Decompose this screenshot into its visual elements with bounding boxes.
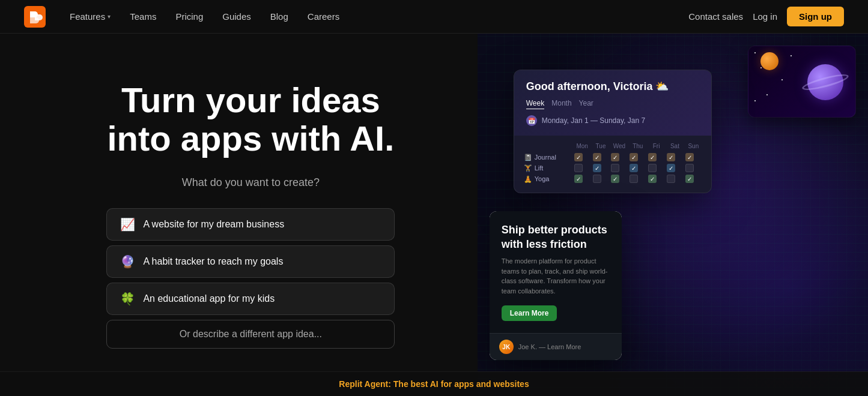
journal-check-mon[interactable]: ✓	[574, 153, 583, 161]
lift-check-sat[interactable]: ✓	[667, 164, 675, 172]
option-habit-button[interactable]: 🔮 A habit tracker to reach my goals	[106, 245, 395, 278]
chevron-down-icon: ▾	[108, 13, 111, 20]
lift-check-fri[interactable]	[648, 164, 657, 172]
day-wed: Wed	[611, 143, 627, 149]
nav-items: Features ▾ Teams Pricing Guides Blog Car…	[60, 7, 349, 26]
day-sat: Sat	[667, 143, 683, 149]
journal-check-fri[interactable]: ✓	[648, 153, 657, 161]
journal-check-thu[interactable]: ✓	[630, 153, 638, 161]
habit-lift-label: 🏋️ Lift	[524, 164, 572, 172]
option-business-button[interactable]: 📈 A website for my dream business	[106, 208, 395, 241]
date-dot: 📅	[526, 115, 537, 126]
nav-item-careers[interactable]: Careers	[298, 7, 349, 26]
nav-item-pricing[interactable]: Pricing	[166, 7, 213, 26]
habit-tab-week[interactable]: Week	[526, 99, 544, 109]
product-card-title: Ship better products with less friction	[502, 223, 610, 251]
product-card-avatar: JK	[499, 340, 514, 354]
lift-check-thu[interactable]: ✓	[630, 164, 638, 172]
nav-left: Features ▾ Teams Pricing Guides Blog Car…	[24, 6, 349, 28]
product-card-cta-button[interactable]: Learn More	[502, 305, 557, 321]
lift-check-wed[interactable]	[611, 164, 619, 172]
space-card	[748, 46, 856, 118]
day-tue: Tue	[593, 143, 609, 149]
nav-item-blog[interactable]: Blog	[261, 7, 298, 26]
habit-date-range: 📅 Monday, Jan 1 — Sunday, Jan 7	[526, 115, 699, 126]
day-thu: Thu	[630, 143, 646, 149]
habit-row-journal: 📓 Journal ✓ ✓ ✓ ✓ ✓ ✓ ✓	[524, 153, 702, 161]
product-card-footer: JK Joe K. — Learn More	[490, 333, 622, 360]
lift-check-tue[interactable]: ✓	[593, 164, 601, 172]
product-card-subtitle: The modern platform for product teams to…	[502, 256, 610, 296]
habit-row-yoga: 🧘 Yoga ✓ ✓ ✓ ✓	[524, 175, 702, 183]
option-buttons: 📈 A website for my dream business 🔮 A ha…	[106, 208, 395, 349]
left-panel: Turn your ideas into apps with AI. What …	[0, 34, 478, 396]
star-decoration	[791, 55, 792, 56]
option-describe-label: Or describe a different app idea...	[180, 329, 322, 340]
product-card-author: Joe K. — Learn More	[518, 343, 581, 350]
habit-grid: Mon Tue Wed Thu Fri Sat Sun 📓 Journal	[514, 136, 711, 193]
habit-yoga-label: 🧘 Yoga	[524, 175, 572, 183]
yoga-check-tue[interactable]	[593, 175, 601, 183]
product-card-body: Ship better products with less friction …	[490, 211, 622, 333]
habit-tab-year[interactable]: Year	[579, 99, 593, 109]
habit-card-header: Good afternoon, Victoria ⛅ Week Month Ye…	[514, 70, 711, 136]
star-decoration	[754, 100, 756, 101]
option-business-label: A website for my dream business	[143, 219, 284, 230]
yoga-check-sun[interactable]: ✓	[685, 175, 694, 183]
education-icon: 🍀	[119, 292, 136, 306]
day-sun: Sun	[685, 143, 702, 149]
journal-check-wed[interactable]: ✓	[611, 153, 619, 161]
contact-sales-link[interactable]: Contact sales	[688, 11, 743, 22]
day-mon: Mon	[574, 143, 590, 149]
hero-subtitle: What do you want to create?	[182, 176, 320, 189]
floating-cards: Good afternoon, Victoria ⛅ Week Month Ye…	[478, 34, 868, 396]
yoga-check-fri[interactable]: ✓	[648, 175, 657, 183]
nav-item-guides[interactable]: Guides	[213, 7, 261, 26]
star-decoration	[766, 94, 768, 95]
yoga-check-wed[interactable]: ✓	[611, 175, 619, 183]
habit-tab-month[interactable]: Month	[551, 99, 571, 109]
planet-orange	[760, 52, 778, 70]
day-fri: Fri	[648, 143, 664, 149]
main-content: Turn your ideas into apps with AI. What …	[0, 34, 868, 396]
yoga-check-mon[interactable]: ✓	[574, 175, 583, 183]
option-describe-button[interactable]: Or describe a different app idea...	[106, 320, 395, 349]
journal-check-tue[interactable]: ✓	[593, 153, 601, 161]
journal-check-sun[interactable]: ✓	[685, 153, 694, 161]
option-education-label: An educational app for my kids	[143, 293, 275, 304]
habit-journal-label: 📓 Journal	[524, 154, 572, 161]
nav-item-features[interactable]: Features ▾	[60, 7, 120, 26]
habit-tracker-card: Good afternoon, Victoria ⛅ Week Month Ye…	[514, 70, 712, 193]
star-decoration	[754, 52, 756, 53]
nav-right: Contact sales Log in Sign up	[688, 7, 844, 26]
habit-icon: 🔮	[119, 254, 136, 269]
business-icon: 📈	[119, 217, 136, 232]
nav-item-teams[interactable]: Teams	[120, 7, 166, 26]
yoga-check-sat[interactable]	[667, 175, 675, 183]
lift-check-sun[interactable]	[685, 164, 694, 172]
signup-button[interactable]: Sign up	[787, 7, 844, 26]
habit-row-lift: 🏋️ Lift ✓ ✓ ✓	[524, 164, 702, 172]
option-habit-label: A habit tracker to reach my goals	[143, 256, 283, 267]
habit-tabs: Week Month Year	[526, 99, 699, 109]
habit-greeting: Good afternoon, Victoria ⛅	[526, 80, 699, 93]
journal-check-sat[interactable]: ✓	[667, 153, 675, 161]
yoga-check-thu[interactable]	[630, 175, 638, 183]
star-decoration	[782, 79, 783, 80]
navbar: Features ▾ Teams Pricing Guides Blog Car…	[0, 0, 868, 34]
habit-grid-header: Mon Tue Wed Thu Fri Sat Sun	[524, 143, 702, 149]
logo[interactable]	[24, 6, 46, 28]
lift-check-mon[interactable]	[574, 164, 583, 172]
hero-title: Turn your ideas into apps with AI.	[107, 81, 394, 158]
star-decoration	[760, 67, 762, 68]
right-panel: Good afternoon, Victoria ⛅ Week Month Ye…	[478, 34, 868, 396]
option-education-button[interactable]: 🍀 An educational app for my kids	[106, 283, 395, 315]
product-card: Ship better products with less friction …	[490, 211, 622, 360]
login-link[interactable]: Log in	[753, 11, 777, 22]
replit-logo-icon	[24, 6, 46, 28]
